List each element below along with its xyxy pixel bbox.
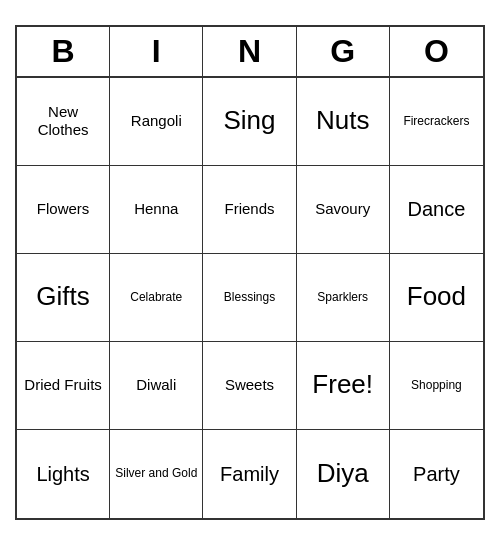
bingo-cell-text-17: Sweets [225, 376, 274, 394]
bingo-cell-5[interactable]: Flowers [17, 166, 110, 254]
header-letter-n: N [203, 27, 296, 76]
bingo-cell-text-6: Henna [134, 200, 178, 218]
bingo-cell-10[interactable]: Gifts [17, 254, 110, 342]
header-letter-i: I [110, 27, 203, 76]
bingo-cell-text-13: Sparklers [317, 290, 368, 304]
bingo-cell-3[interactable]: Nuts [297, 78, 390, 166]
bingo-cell-text-8: Savoury [315, 200, 370, 218]
bingo-cell-text-1: Rangoli [131, 112, 182, 130]
bingo-cell-21[interactable]: Silver and Gold [110, 430, 203, 518]
bingo-cell-14[interactable]: Food [390, 254, 483, 342]
bingo-cell-19[interactable]: Shopping [390, 342, 483, 430]
bingo-cell-7[interactable]: Friends [203, 166, 296, 254]
bingo-cell-text-12: Blessings [224, 290, 275, 304]
header-letter-g: G [297, 27, 390, 76]
bingo-cell-text-20: Lights [36, 462, 89, 486]
bingo-cell-text-7: Friends [224, 200, 274, 218]
bingo-cell-text-4: Firecrackers [403, 114, 469, 128]
bingo-cell-4[interactable]: Firecrackers [390, 78, 483, 166]
bingo-cell-text-16: Diwali [136, 376, 176, 394]
bingo-cell-23[interactable]: Diya [297, 430, 390, 518]
bingo-cell-9[interactable]: Dance [390, 166, 483, 254]
bingo-cell-text-19: Shopping [411, 378, 462, 392]
header-letter-b: B [17, 27, 110, 76]
header-letter-o: O [390, 27, 483, 76]
bingo-cell-13[interactable]: Sparklers [297, 254, 390, 342]
bingo-cell-12[interactable]: Blessings [203, 254, 296, 342]
bingo-cell-6[interactable]: Henna [110, 166, 203, 254]
bingo-cell-17[interactable]: Sweets [203, 342, 296, 430]
bingo-cell-24[interactable]: Party [390, 430, 483, 518]
bingo-cell-text-5: Flowers [37, 200, 90, 218]
bingo-cell-text-11: Celabrate [130, 290, 182, 304]
bingo-cell-text-2: Sing [223, 105, 275, 136]
bingo-cell-18[interactable]: Free! [297, 342, 390, 430]
bingo-card: BINGO New ClothesRangoliSingNutsFirecrac… [15, 25, 485, 520]
bingo-cell-text-24: Party [413, 462, 460, 486]
bingo-cell-text-22: Family [220, 462, 279, 486]
bingo-cell-text-21: Silver and Gold [115, 466, 197, 480]
bingo-cell-15[interactable]: Dried Fruits [17, 342, 110, 430]
bingo-cell-text-15: Dried Fruits [24, 376, 102, 394]
bingo-cell-text-23: Diya [317, 458, 369, 489]
bingo-cell-8[interactable]: Savoury [297, 166, 390, 254]
bingo-cell-0[interactable]: New Clothes [17, 78, 110, 166]
bingo-cell-11[interactable]: Celabrate [110, 254, 203, 342]
bingo-cell-text-3: Nuts [316, 105, 369, 136]
bingo-header: BINGO [17, 27, 483, 78]
bingo-cell-text-0: New Clothes [21, 103, 105, 139]
bingo-cell-2[interactable]: Sing [203, 78, 296, 166]
bingo-cell-1[interactable]: Rangoli [110, 78, 203, 166]
bingo-grid: New ClothesRangoliSingNutsFirecrackersFl… [17, 78, 483, 518]
bingo-cell-text-10: Gifts [36, 281, 89, 312]
bingo-cell-22[interactable]: Family [203, 430, 296, 518]
bingo-cell-text-18: Free! [312, 369, 373, 400]
bingo-cell-16[interactable]: Diwali [110, 342, 203, 430]
bingo-cell-text-14: Food [407, 281, 466, 312]
bingo-cell-20[interactable]: Lights [17, 430, 110, 518]
bingo-cell-text-9: Dance [407, 197, 465, 221]
